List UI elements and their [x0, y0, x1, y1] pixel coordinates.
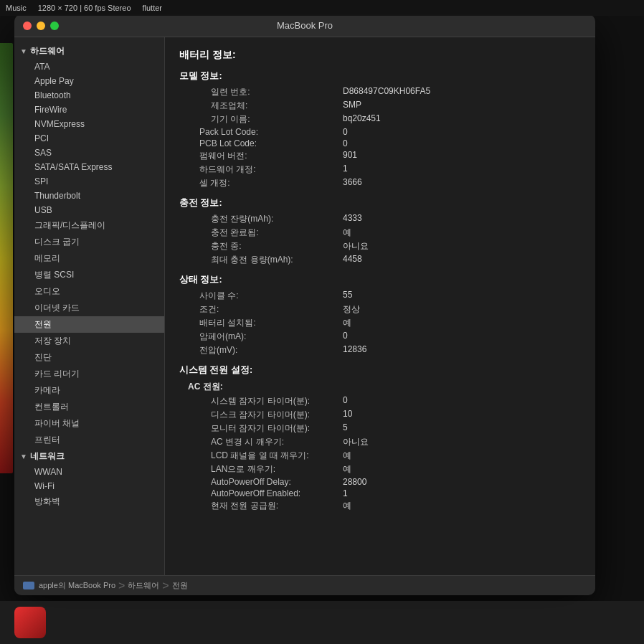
condition-value: 정상: [343, 303, 360, 316]
close-button[interactable]: [23, 22, 32, 30]
menubar-resolution: 1280 × 720 | 60 fps Stereo: [38, 4, 131, 12]
charge-complete-label: 충전 완료됨:: [199, 227, 343, 239]
sidebar-item-camera[interactable]: 카메라: [14, 382, 164, 399]
condition-label: 조건:: [199, 303, 343, 316]
max-charge-row: 최대 충전 용량(mAh): 4458: [188, 253, 581, 267]
power-source-row: 현재 전원 공급원: 예: [188, 499, 581, 513]
firmware-label: 펌웨어 버전:: [199, 150, 343, 162]
sidebar-item-firewall[interactable]: 방화벽: [14, 493, 164, 510]
sidebar-item-usb[interactable]: USB: [14, 203, 164, 217]
charge-section-title: 충전 정보:: [179, 197, 581, 209]
sidebar-item-printer[interactable]: 프린터: [14, 432, 164, 448]
sidebar-item-disc-burning[interactable]: 디스크 굽기: [14, 234, 164, 250]
sidebar-item-fiber-channel[interactable]: 파이버 채널: [14, 415, 164, 432]
sidebar-network-section[interactable]: ▼ 네트워크: [14, 448, 164, 465]
firmware-row: 펌웨어 버전: 901: [188, 149, 581, 163]
system-power-title: 시스템 전원 설정:: [179, 364, 581, 377]
sidebar-item-wifi[interactable]: Wi-Fi: [14, 479, 164, 493]
hw-revision-row: 하드웨어 개정: 1: [188, 163, 581, 176]
ampere-value: 0: [343, 331, 348, 343]
pack-lot-row: Pack Lot Code: 0: [188, 126, 581, 138]
sidebar-item-wwan[interactable]: WWAN: [14, 465, 164, 479]
disk-sleep-timer-row: 디스크 잠자기 타이머(분): 10: [188, 408, 581, 422]
monitor-sleep-timer-row: 모니터 잠자기 타이머(분): 5: [188, 422, 581, 435]
sidebar-item-ethernet[interactable]: 이더넷 카드: [14, 300, 164, 316]
menubar-music: Music: [6, 4, 27, 12]
content-area: 배터리 정보: 모델 정보: 일련 번호: D868497C09KH06FA5 …: [165, 37, 595, 575]
autopoweroff-delay-label: AutoPowerOff Delay:: [199, 477, 343, 487]
sys-sleep-timer-value: 0: [343, 395, 348, 407]
wake-on-lcd-label: LCD 패널을 열 때 깨우기:: [199, 450, 343, 462]
charge-remaining-value: 4333: [343, 213, 362, 225]
sidebar-item-diagnostics[interactable]: 진단: [14, 349, 164, 366]
sys-sleep-timer-row: 시스템 잠자기 타이머(분): 0: [188, 394, 581, 408]
sidebar-item-storage[interactable]: 저장 장치: [14, 333, 164, 349]
cell-revision-row: 셀 개정: 3666: [188, 176, 581, 190]
color-strip: [0, 43, 13, 473]
macbook-icon: [23, 582, 34, 589]
sidebar-item-nvmexpress[interactable]: NVMExpress: [14, 117, 164, 131]
wake-on-ac-label: AC 변경 시 깨우기:: [199, 436, 343, 448]
breadcrumb-section: 하드웨어: [128, 580, 159, 591]
battery-installed-value: 예: [343, 317, 351, 329]
sidebar-item-sas[interactable]: SAS: [14, 146, 164, 160]
sidebar-item-pci[interactable]: PCI: [14, 131, 164, 146]
ac-power-title: AC 전원:: [188, 381, 581, 393]
cycle-count-value: 55: [343, 290, 352, 302]
sidebar-item-controller[interactable]: 컨트롤러: [14, 399, 164, 415]
page-title: 배터리 정보:: [179, 49, 581, 62]
sidebar-item-bluetooth[interactable]: Bluetooth: [14, 88, 164, 103]
max-charge-value: 4458: [343, 254, 362, 266]
ampere-label: 암페어(mA):: [199, 331, 343, 343]
taskbar-app-icon[interactable]: [14, 607, 46, 638]
status-section-title: 상태 정보:: [179, 274, 581, 286]
minimize-button[interactable]: [37, 22, 45, 30]
sidebar-hardware-section[interactable]: ▼ 하드웨어: [14, 43, 164, 60]
sidebar-item-ata[interactable]: ATA: [14, 60, 164, 74]
autopoweroff-delay-row: AutoPowerOff Delay: 28800: [188, 476, 581, 488]
cycle-count-row: 사이클 수: 55: [188, 289, 581, 303]
cell-revision-value: 3666: [343, 177, 362, 189]
sidebar-item-memory[interactable]: 메모리: [14, 250, 164, 267]
wake-on-ac-row: AC 변경 시 깨우기: 아니요: [188, 435, 581, 449]
charge-complete-value: 예: [343, 227, 351, 239]
charging-label: 충전 중:: [199, 240, 343, 252]
firmware-value: 901: [343, 150, 357, 162]
sidebar-item-sata[interactable]: SATA/SATA Express: [14, 160, 164, 174]
sidebar-item-audio[interactable]: 오디오: [14, 283, 164, 300]
sidebar[interactable]: ▼ 하드웨어 ATA Apple Pay Bluetooth FireWire …: [14, 37, 165, 575]
maximize-button[interactable]: [50, 22, 59, 30]
sidebar-item-applepay[interactable]: Apple Pay: [14, 74, 164, 88]
sidebar-item-firewire[interactable]: FireWire: [14, 103, 164, 117]
battery-installed-label: 배터리 설치됨:: [199, 317, 343, 329]
sidebar-item-thunderbolt[interactable]: Thunderbolt: [14, 189, 164, 203]
sidebar-item-power[interactable]: 전원: [14, 316, 164, 333]
charge-complete-row: 충전 완료됨: 예: [188, 226, 581, 240]
charging-value: 아니요: [343, 240, 369, 252]
disk-sleep-timer-label: 디스크 잠자기 타이머(분):: [199, 409, 343, 421]
breadcrumb-sep1: >: [118, 579, 125, 592]
model-info: 일련 번호: D868497C09KH06FA5 제조업체: SMP 기기 이름…: [188, 85, 581, 190]
pack-lot-value: 0: [343, 127, 348, 137]
breadcrumb-item: 전원: [172, 580, 188, 591]
sidebar-item-spi[interactable]: SPI: [14, 174, 164, 189]
sidebar-item-parallel-scsi[interactable]: 병렬 SCSI: [14, 267, 164, 283]
manufacturer-row: 제조업체: SMP: [188, 99, 581, 113]
wake-on-lcd-value: 예: [343, 450, 351, 462]
wake-on-ac-value: 아니요: [343, 436, 369, 448]
charge-remaining-row: 충전 잔량(mAh): 4333: [188, 212, 581, 226]
device-name-label: 기기 이름:: [199, 113, 343, 126]
power-source-value: 예: [343, 500, 351, 512]
breadcrumb-device: apple의 MacBook Pro: [39, 580, 115, 591]
sidebar-item-card-reader[interactable]: 카드 리더기: [14, 366, 164, 382]
serial-row: 일련 번호: D868497C09KH06FA5: [188, 85, 581, 99]
taskbar: [0, 601, 644, 644]
power-source-label: 현재 전원 공급원:: [199, 500, 343, 512]
sidebar-item-graphics[interactable]: 그래픽/디스플레이: [14, 217, 164, 234]
voltage-row: 전압(mV): 12836: [188, 344, 581, 357]
status-info: 사이클 수: 55 조건: 정상 배터리 설치됨: 예 암페어(mA): 0 전…: [188, 289, 581, 357]
sys-sleep-timer-label: 시스템 잠자기 타이머(분):: [199, 395, 343, 407]
menubar: Music 1280 × 720 | 60 fps Stereo flutter: [0, 0, 644, 16]
monitor-sleep-timer-label: 모니터 잠자기 타이머(분):: [199, 422, 343, 435]
breadcrumb-sep2: >: [162, 579, 169, 592]
